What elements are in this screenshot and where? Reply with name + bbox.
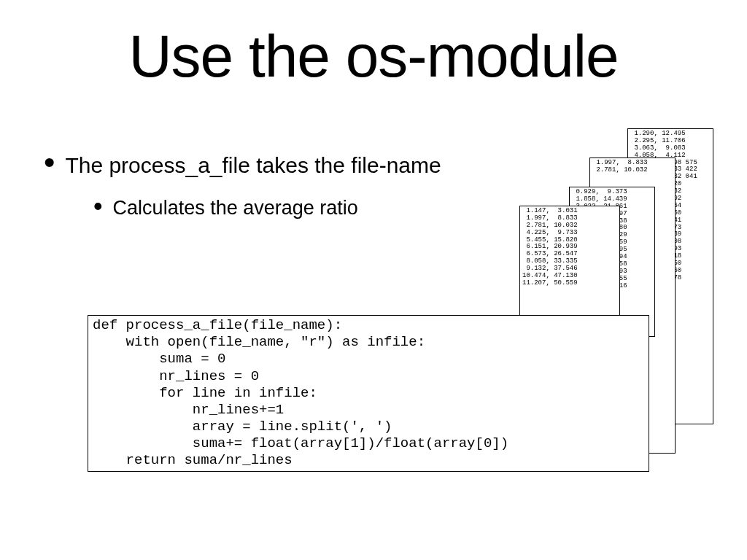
- code-block: def process_a_file(file_name): with open…: [88, 315, 649, 472]
- slide: Use the os-module • The process_a_file t…: [0, 0, 747, 560]
- bullet-level-2: • Calculates the average ratio: [93, 197, 358, 219]
- bullet-level-1: • The process_a_file takes the file-name: [44, 153, 441, 178]
- bullet-level-1-text: The process_a_file takes the file-name: [65, 153, 441, 178]
- bullet-dot-icon: •: [44, 153, 55, 172]
- bullet-dot-icon: •: [93, 197, 103, 215]
- bullet-level-2-text: Calculates the average ratio: [113, 197, 358, 219]
- slide-title: Use the os-module: [0, 22, 747, 90]
